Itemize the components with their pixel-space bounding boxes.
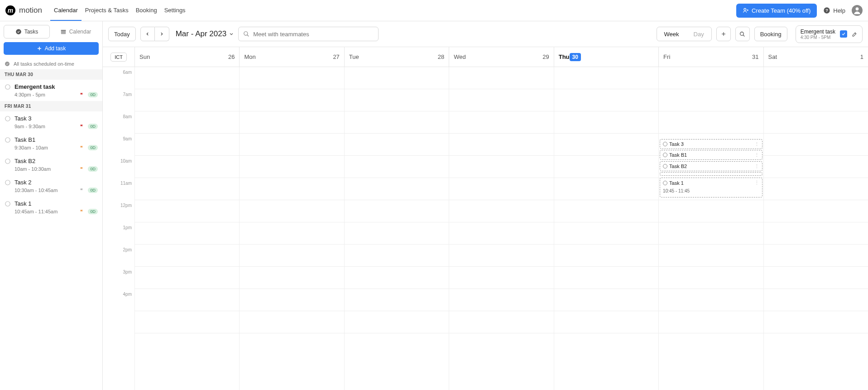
- task-item[interactable]: Task 3 9am - 9:30am 0D: [0, 111, 102, 133]
- calendar-event[interactable]: Task B1⋮: [660, 150, 762, 160]
- task-name: Task B2: [14, 158, 35, 164]
- day-column[interactable]: [344, 67, 449, 390]
- add-task-button[interactable]: Add task: [4, 42, 99, 55]
- more-icon[interactable]: ⋮: [754, 164, 759, 169]
- flag-icon: [80, 92, 84, 97]
- task-item[interactable]: Emergent task 4:30pm - 5pm 0D: [0, 80, 102, 101]
- day-number: 30: [570, 53, 581, 61]
- day-number: 27: [333, 53, 339, 60]
- circle-icon: [663, 153, 667, 157]
- search-icon: [243, 31, 249, 37]
- due-badge: 0D: [88, 124, 98, 129]
- user-avatar[interactable]: [852, 5, 863, 16]
- day-column[interactable]: [449, 67, 553, 390]
- calendar-event[interactable]: Task 1⋮10:45 - 11:45: [660, 178, 762, 197]
- calendar-event[interactable]: Task 3⋮: [660, 139, 762, 149]
- flag-icon: [80, 124, 84, 129]
- add-button[interactable]: [716, 27, 731, 41]
- nav-booking[interactable]: Booking: [132, 0, 161, 21]
- task-item[interactable]: Task B2 10am - 10:30am 0D: [0, 154, 102, 175]
- day-column[interactable]: [239, 67, 344, 390]
- plus-icon: [37, 46, 42, 51]
- calendar-event[interactable]: [660, 172, 762, 176]
- task-item[interactable]: Task 1 10:45am - 11:45am 0D: [0, 197, 102, 218]
- next-button[interactable]: [155, 27, 169, 41]
- hour-label: 3pm: [103, 270, 134, 292]
- flag-icon: [80, 167, 84, 171]
- day-name: Mon: [244, 53, 255, 60]
- day-column[interactable]: [763, 67, 868, 390]
- today-button[interactable]: Today: [108, 27, 136, 41]
- day-column[interactable]: Task 3⋮Task B1⋮Task B2⋮Task 1⋮10:45 - 11…: [658, 67, 763, 390]
- day-name: Fri: [663, 53, 670, 60]
- task-time: 10am - 10:30am: [14, 166, 80, 172]
- day-name: Sat: [768, 53, 777, 60]
- day-header[interactable]: Wed29: [449, 47, 553, 67]
- sidebar-tab-tasks[interactable]: Tasks: [4, 25, 50, 39]
- calendar-header-row: ICT Sun26Mon27Tue28Wed29Thu30Fri31Sat1: [103, 47, 868, 67]
- day-header[interactable]: Thu30: [554, 47, 658, 67]
- schedule-status-label: All tasks scheduled on-time: [14, 61, 74, 67]
- view-week[interactable]: Week: [657, 27, 686, 41]
- day-name: Tue: [349, 53, 359, 60]
- day-header[interactable]: Fri31: [658, 47, 763, 67]
- event-title: Task B1: [669, 152, 687, 158]
- day-header[interactable]: Tue28: [344, 47, 449, 67]
- more-icon[interactable]: ⋮: [754, 180, 759, 186]
- sidebar-tab-tasks-label: Tasks: [24, 29, 38, 35]
- event-title: Task 3: [669, 141, 684, 147]
- circle-icon: [5, 158, 11, 164]
- svg-text:?: ?: [825, 8, 828, 13]
- edit-icon[interactable]: [852, 31, 858, 37]
- task-item[interactable]: Task B1 9:30am - 10am 0D: [0, 133, 102, 154]
- calendar-event[interactable]: Task B2⋮: [660, 161, 762, 171]
- circle-icon: [5, 116, 11, 122]
- nav-calendar[interactable]: Calendar: [50, 0, 82, 21]
- day-column[interactable]: [134, 67, 239, 390]
- schedule-status: All tasks scheduled on-time: [0, 58, 102, 69]
- search-input[interactable]: [253, 31, 374, 38]
- prev-button[interactable]: [140, 27, 155, 41]
- month-label[interactable]: Mar - Apr 2023: [176, 29, 234, 39]
- more-icon[interactable]: ⋮: [754, 152, 759, 158]
- more-icon[interactable]: ⋮: [754, 141, 759, 147]
- sidebar-tab-calendar[interactable]: Calendar: [53, 25, 99, 39]
- task-time: 9:30am - 10am: [14, 145, 80, 150]
- complete-checkbox[interactable]: [840, 30, 847, 38]
- nav-projects[interactable]: Projects & Tasks: [82, 0, 132, 21]
- hour-label: 6am: [103, 70, 134, 92]
- event-title: Task B2: [669, 164, 687, 169]
- hour-label: 9am: [103, 136, 134, 159]
- booking-button[interactable]: Booking: [754, 27, 787, 41]
- selected-event-panel: Emergent task 4:30 PM - 5PM: [796, 25, 863, 43]
- day-column[interactable]: [554, 67, 658, 390]
- flag-icon: [80, 209, 84, 214]
- task-item[interactable]: Task 2 10:30am - 10:45am 0D: [0, 175, 102, 197]
- circle-icon: [5, 201, 11, 207]
- view-day[interactable]: Day: [686, 27, 711, 41]
- top-nav: m motion Calendar Projects & Tasks Booki…: [0, 0, 868, 21]
- timezone-label[interactable]: ICT: [110, 53, 127, 62]
- create-team-button[interactable]: Create Team (40% off): [736, 4, 817, 18]
- search-input-wrap[interactable]: [238, 27, 379, 41]
- day-header[interactable]: Sun26: [134, 47, 239, 67]
- task-time: 10:30am - 10:45am: [14, 188, 80, 193]
- day-number: 28: [438, 53, 444, 60]
- selected-event-title: Emergent task: [801, 29, 835, 35]
- task-time: 4:30pm - 5pm: [14, 92, 80, 97]
- check-circle-icon: [5, 61, 10, 67]
- svg-point-11: [5, 159, 10, 164]
- day-header[interactable]: Sat1: [763, 47, 868, 67]
- hour-label: 7am: [103, 92, 134, 114]
- content-area: Today Mar - Apr 2023 Week Day Booking: [103, 21, 868, 390]
- task-name: Emergent task: [14, 83, 55, 90]
- svg-point-15: [740, 32, 744, 35]
- search-button[interactable]: [735, 27, 750, 41]
- day-number: 26: [228, 53, 235, 60]
- day-header[interactable]: Mon27: [239, 47, 344, 67]
- day-number: 29: [542, 53, 549, 60]
- svg-point-14: [244, 32, 248, 35]
- nav-settings[interactable]: Settings: [161, 0, 189, 21]
- day-columns: Task 3⋮Task B1⋮Task B2⋮Task 1⋮10:45 - 11…: [134, 67, 868, 390]
- help-link[interactable]: ? Help: [823, 7, 845, 14]
